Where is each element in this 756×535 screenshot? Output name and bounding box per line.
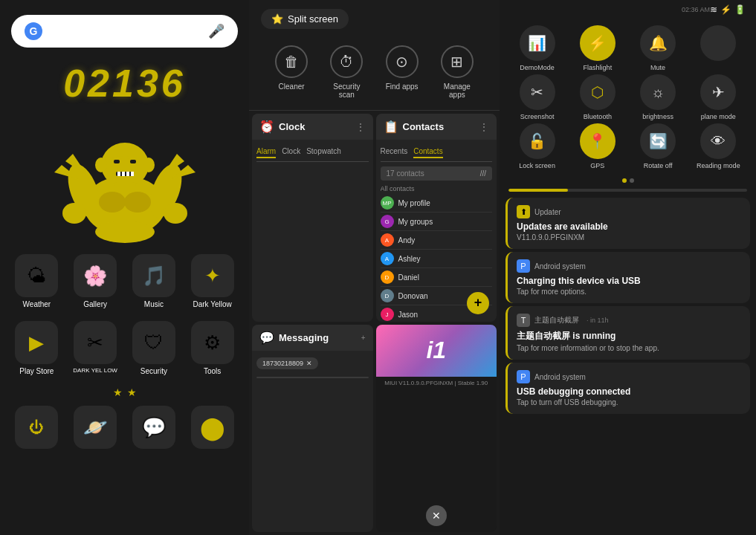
tab-contacts[interactable]: Contacts <box>413 147 442 158</box>
app-planet[interactable]: 🪐 <box>70 406 121 449</box>
split-header: ⭐ Split screen <box>249 0 500 38</box>
notif-usb-debug[interactable]: P Android system USB debugging connected… <box>505 363 750 414</box>
more-icon[interactable]: ⋮ <box>355 121 366 133</box>
plane-mode-icon: ✈ <box>700 74 736 110</box>
lock-screen-icon: 🔓 <box>520 123 555 159</box>
app-gallery[interactable]: 🌸 Gallery <box>70 254 121 309</box>
rotate-off-icon: 🔄 <box>640 123 676 159</box>
avatar: A <box>381 233 394 247</box>
fab-add-contact[interactable]: + <box>467 292 489 314</box>
qs-bluetooth[interactable]: ⬡ Bluetooth <box>569 74 626 120</box>
qa-find-apps[interactable]: ⊙ Find apps <box>375 45 430 99</box>
app-chat[interactable]: 💬 <box>129 406 180 449</box>
wifi-icon: ⚡ <box>720 4 731 15</box>
status-bar: 02:36 AM ≋ ⚡ 🔋 <box>500 0 756 19</box>
dot-1 <box>622 178 627 183</box>
svg-point-23 <box>124 192 151 213</box>
split-app-grid: ⏰ Clock ⋮ Alarm Clock Stopwatch 📋 Contac… <box>249 111 500 535</box>
qa-security-scan[interactable]: ⏱ Securityscan <box>319 45 374 99</box>
app-weather[interactable]: 🌤 Weather <box>11 254 62 309</box>
contact-my-profile[interactable]: MP My profile <box>381 194 493 213</box>
phone-chip[interactable]: 18730218809 ✕ <box>256 357 318 369</box>
tab-stopwatch[interactable]: Stopwatch <box>306 147 341 158</box>
contact-daniel[interactable]: D Daniel <box>381 268 493 287</box>
mute-icon: 🔔 <box>640 25 676 61</box>
qs-brightness[interactable]: ☼ brightness <box>630 74 687 120</box>
app-tools[interactable]: ⚙ Tools <box>187 321 238 376</box>
mic-icon[interactable]: 🎤 <box>208 23 224 39</box>
star-icon: ★ <box>113 386 123 398</box>
qs-lock-screen[interactable]: 🔓 Lock screen <box>508 123 566 169</box>
clock-card-body: Alarm Clock Stopwatch <box>252 140 373 322</box>
svg-rect-9 <box>126 172 129 176</box>
notif-updater[interactable]: ⬆ Updater Updates are available V11.0.9.… <box>505 198 750 249</box>
close-updater-button[interactable]: ✕ <box>426 505 447 526</box>
qs-plane-mode[interactable]: ✈ plane mode <box>690 74 747 120</box>
notif-usb-charge[interactable]: P Android system Charging this device vi… <box>505 252 750 303</box>
divider <box>256 377 369 378</box>
signal-icon: ≋ <box>710 4 717 15</box>
updater-image: i1 <box>376 325 497 377</box>
gps-icon: 📍 <box>580 123 616 159</box>
cleaner-icon: 🗑 <box>275 45 308 78</box>
svg-point-1 <box>101 143 149 187</box>
messaging-body: 18730218809 ✕ <box>252 351 373 383</box>
tab-alarm[interactable]: Alarm <box>256 147 276 158</box>
star-circle-icon: ⭐ <box>271 13 283 25</box>
bluetooth-icon: ⬡ <box>580 74 616 110</box>
contact-my-groups[interactable]: G My groups <box>381 213 493 231</box>
contact-search[interactable]: 17 contacts /// <box>381 166 493 181</box>
contacts-card-header: 📋 Contacts ⋮ <box>376 114 497 140</box>
empty-icon <box>700 25 736 61</box>
notif-theme-auto[interactable]: T 主题自动截屏 · in 11h 主题自动截屏 is running Tap … <box>505 306 750 360</box>
contact-ashley[interactable]: A Ashley <box>381 250 493 268</box>
updater-subtext: MIUI V11.0.9.0.PFGINXM | Stable 1.90 <box>376 377 497 389</box>
svg-rect-7 <box>117 172 120 176</box>
brightness-fill <box>508 189 568 192</box>
quick-actions: 🗑 Cleaner ⏱ Securityscan ⊙ Find apps ⊞ M… <box>249 38 500 111</box>
grid-icon: /// <box>480 169 486 178</box>
notification-list: ⬆ Updater Updates are available V11.0.9.… <box>500 198 756 535</box>
app-music[interactable]: 🎵 Music <box>129 254 180 309</box>
contact-andy[interactable]: A Andy <box>381 231 493 250</box>
svg-point-14 <box>164 203 187 224</box>
tab-clock[interactable]: Clock <box>282 147 300 158</box>
qs-rotate-off[interactable]: 🔄 Rotate off <box>630 123 687 169</box>
messaging-card: 💬 Messaging + 18730218809 ✕ <box>252 325 373 533</box>
notif-app-row: ⬆ Updater <box>517 205 741 218</box>
app-dark-yellow-2[interactable]: ✂ DARK YEL LOW <box>70 321 121 376</box>
svg-point-20 <box>95 158 107 172</box>
app-play-store[interactable]: ▶ Play Store <box>11 321 62 376</box>
svg-point-22 <box>99 192 126 213</box>
qs-grid: 📊 DemoMode ⚡ Flashlight 🔔 Mute ✂ Screens… <box>500 19 756 175</box>
svg-rect-8 <box>122 172 125 176</box>
contacts-icon: 📋 <box>384 120 398 134</box>
qs-gps[interactable]: 📍 GPS <box>569 123 626 169</box>
qs-mute[interactable]: 🔔 Mute <box>630 25 687 71</box>
app-dot[interactable]: ⬤ <box>187 406 238 449</box>
brightness-icon: ☼ <box>640 74 676 110</box>
search-bar[interactable]: G 🎤 <box>11 15 238 48</box>
qs-demo-mode[interactable]: 📊 DemoMode <box>508 25 566 71</box>
add-icon[interactable]: + <box>361 334 366 342</box>
svg-point-21 <box>143 158 155 172</box>
tab-recents[interactable]: Recents <box>381 147 408 158</box>
notif-app-row: P Android system <box>517 259 741 273</box>
svg-rect-10 <box>131 172 134 176</box>
more-icon[interactable]: ⋮ <box>479 121 489 133</box>
brightness-bar[interactable] <box>508 189 747 192</box>
qs-flashlight[interactable]: ⚡ Flashlight <box>569 25 626 71</box>
qa-cleaner[interactable]: 🗑 Cleaner <box>264 45 319 99</box>
close-chip-icon: ✕ <box>306 360 312 367</box>
qs-screenshot[interactable]: ✂ Screenshot <box>508 74 566 120</box>
qs-empty <box>690 25 747 71</box>
app-dark-yellow[interactable]: ✦ Dark Yellow <box>187 254 238 309</box>
android-app-icon-2: P <box>517 370 530 383</box>
app-toggle[interactable]: ⏻ <box>11 406 62 449</box>
split-screen-button[interactable]: ⭐ Split screen <box>261 9 349 29</box>
app-security[interactable]: 🛡 Security <box>129 321 180 376</box>
qs-reading-mode[interactable]: 👁 Reading mode <box>690 123 747 169</box>
qa-manage-apps[interactable]: ⊞ Manageapps <box>430 45 485 99</box>
app-grid-row2: ▶ Play Store ✂ DARK YEL LOW 🛡 Security ⚙… <box>11 321 238 376</box>
contacts-tabs: Recents Contacts <box>381 144 493 162</box>
